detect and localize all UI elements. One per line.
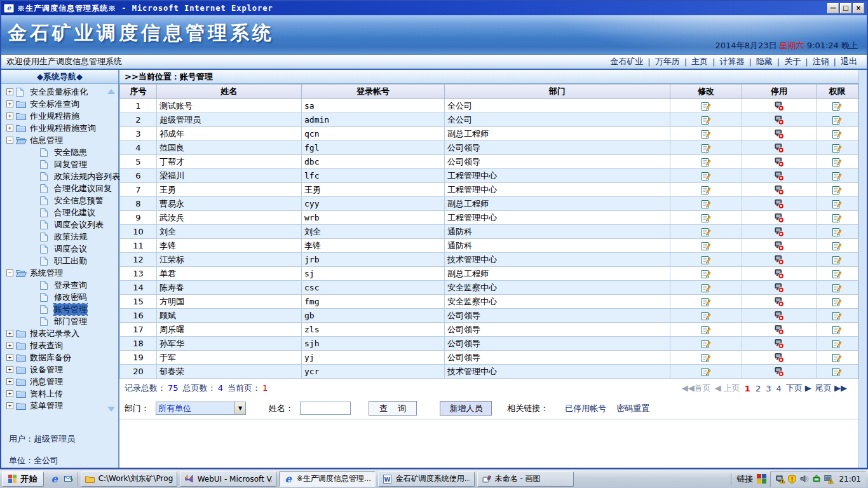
expand-plus-icon[interactable]: + bbox=[6, 88, 13, 95]
sidebar-item[interactable]: +安全标准查询 bbox=[1, 98, 118, 110]
edit-icon[interactable] bbox=[702, 102, 711, 111]
sidebar-item[interactable]: 部门管理 bbox=[1, 315, 118, 327]
top-link-2[interactable]: 万年历 bbox=[651, 56, 684, 67]
taskbar-button[interactable]: WebUI - Microsoft V... bbox=[180, 471, 276, 487]
top-link-4[interactable]: 计算器 bbox=[715, 56, 749, 67]
permission-icon[interactable] bbox=[832, 353, 842, 363]
permission-icon[interactable] bbox=[832, 102, 842, 111]
page-link-4[interactable]: 4 bbox=[775, 384, 782, 393]
start-button[interactable]: 开始 bbox=[2, 471, 44, 487]
permission-icon[interactable] bbox=[832, 172, 842, 181]
top-link-1[interactable]: 金石矿业 bbox=[606, 56, 648, 67]
collapse-minus-icon[interactable]: − bbox=[6, 137, 13, 144]
edit-icon[interactable] bbox=[702, 255, 711, 265]
disable-icon[interactable] bbox=[774, 297, 784, 307]
permission-icon[interactable] bbox=[832, 186, 842, 195]
name-input[interactable] bbox=[300, 402, 351, 415]
last-page-link[interactable]: 尾页 ▶▶ bbox=[815, 383, 847, 394]
disable-icon[interactable] bbox=[774, 255, 784, 265]
expand-plus-icon[interactable]: + bbox=[6, 330, 13, 337]
disable-icon[interactable] bbox=[774, 199, 784, 209]
sidebar-item[interactable]: 回复管理 bbox=[1, 158, 118, 170]
edit-icon[interactable] bbox=[702, 325, 711, 335]
edit-icon[interactable] bbox=[702, 200, 711, 209]
sidebar-item[interactable]: 调度会议 bbox=[1, 243, 118, 255]
disable-icon[interactable] bbox=[774, 367, 784, 377]
internet-explorer-icon[interactable]: e bbox=[49, 473, 60, 485]
sidebar-item[interactable]: +菜单管理 bbox=[1, 400, 118, 412]
disable-icon[interactable] bbox=[774, 269, 784, 279]
sidebar-item[interactable]: +数据库备份 bbox=[1, 351, 118, 363]
edit-icon[interactable] bbox=[702, 353, 711, 363]
sidebar-item[interactable]: 合理化建议 bbox=[1, 207, 118, 219]
edit-icon[interactable] bbox=[702, 158, 711, 167]
first-page-link[interactable]: ◀◀首页 bbox=[682, 383, 711, 394]
top-link-6[interactable]: 关于 bbox=[780, 56, 805, 67]
sidebar-item[interactable]: +安全质量标准化 bbox=[1, 86, 118, 98]
edit-icon[interactable] bbox=[702, 269, 711, 279]
disable-icon[interactable] bbox=[774, 101, 784, 111]
sidebar-item[interactable]: +作业规程措施 bbox=[1, 110, 118, 122]
expand-plus-icon[interactable]: + bbox=[6, 125, 13, 132]
links-toolbar-label[interactable]: 链接 bbox=[731, 473, 753, 485]
edit-icon[interactable] bbox=[702, 214, 711, 223]
scroll-up-icon[interactable] bbox=[107, 89, 115, 94]
update-shield-tray-icon[interactable] bbox=[788, 475, 797, 484]
edit-icon[interactable] bbox=[702, 144, 711, 153]
permission-icon[interactable] bbox=[832, 311, 842, 321]
taskbar-button[interactable]: e※生产调度信息管理... bbox=[279, 471, 376, 487]
top-link-7[interactable]: 注销 bbox=[808, 56, 834, 67]
sidebar-item[interactable]: 合理化建议回复 bbox=[1, 182, 118, 194]
expand-plus-icon[interactable]: + bbox=[6, 378, 13, 385]
computer-warning-tray-icon[interactable] bbox=[776, 475, 785, 484]
sidebar-item[interactable]: 安全隐患 bbox=[1, 146, 118, 158]
sidebar-item[interactable]: +报表查询 bbox=[1, 339, 118, 351]
permission-icon[interactable] bbox=[832, 297, 842, 307]
sidebar-item[interactable]: 登录查询 bbox=[1, 279, 118, 291]
sidebar-item[interactable]: 修改密码 bbox=[1, 291, 118, 303]
collapse-minus-icon[interactable]: − bbox=[6, 269, 13, 276]
sidebar-item[interactable]: +设备管理 bbox=[1, 363, 118, 376]
scroll-down-icon[interactable] bbox=[107, 407, 115, 412]
permission-icon[interactable] bbox=[832, 325, 842, 335]
page-scrollbar[interactable] bbox=[858, 70, 867, 468]
taskbar-button[interactable]: 未命名 - 画图 bbox=[477, 471, 574, 487]
related-link-1[interactable]: 已停用帐号 bbox=[565, 403, 606, 413]
permission-icon[interactable] bbox=[832, 241, 842, 251]
expand-plus-icon[interactable]: + bbox=[6, 366, 13, 373]
dropdown-arrow-icon[interactable]: ▼ bbox=[234, 402, 245, 414]
related-link-2[interactable]: 密码重置 bbox=[616, 403, 649, 413]
disable-icon[interactable] bbox=[774, 227, 784, 237]
permission-icon[interactable] bbox=[832, 227, 842, 237]
sidebar-item[interactable]: −系统管理 bbox=[1, 267, 118, 279]
permission-icon[interactable] bbox=[832, 200, 842, 209]
next-page-link[interactable]: 下页 ▶ bbox=[786, 383, 811, 394]
disable-icon[interactable] bbox=[774, 339, 784, 349]
permission-icon[interactable] bbox=[832, 367, 842, 377]
edit-icon[interactable] bbox=[702, 311, 711, 321]
sidebar-item[interactable]: 安全信息预警 bbox=[1, 194, 118, 207]
outlook-express-icon[interactable] bbox=[64, 473, 75, 485]
expand-plus-icon[interactable]: + bbox=[6, 100, 13, 107]
expand-plus-icon[interactable]: + bbox=[6, 342, 13, 349]
disable-icon[interactable] bbox=[774, 325, 784, 335]
disable-icon[interactable] bbox=[774, 115, 784, 125]
disable-icon[interactable] bbox=[774, 171, 784, 181]
permission-icon[interactable] bbox=[832, 130, 842, 139]
edit-icon[interactable] bbox=[702, 130, 711, 139]
top-link-5[interactable]: 隐藏 bbox=[752, 56, 777, 67]
taskbar-button[interactable]: W金石矿调度系统使用... bbox=[378, 471, 475, 487]
permission-icon[interactable] bbox=[832, 255, 842, 265]
vm-warning-tray-icon[interactable] bbox=[824, 475, 834, 484]
top-link-3[interactable]: 主页 bbox=[687, 56, 712, 67]
expand-plus-icon[interactable]: + bbox=[6, 354, 13, 361]
expand-plus-icon[interactable]: + bbox=[6, 402, 13, 409]
permission-icon[interactable] bbox=[832, 269, 842, 279]
expand-plus-icon[interactable]: + bbox=[6, 112, 13, 119]
device-tray-icon[interactable] bbox=[812, 475, 822, 484]
prev-page-link[interactable]: ◀ 上页 bbox=[715, 383, 740, 394]
edit-icon[interactable] bbox=[702, 172, 711, 181]
disable-icon[interactable] bbox=[774, 311, 784, 321]
sidebar-item[interactable]: +消息管理 bbox=[1, 376, 118, 388]
permission-icon[interactable] bbox=[832, 144, 842, 153]
